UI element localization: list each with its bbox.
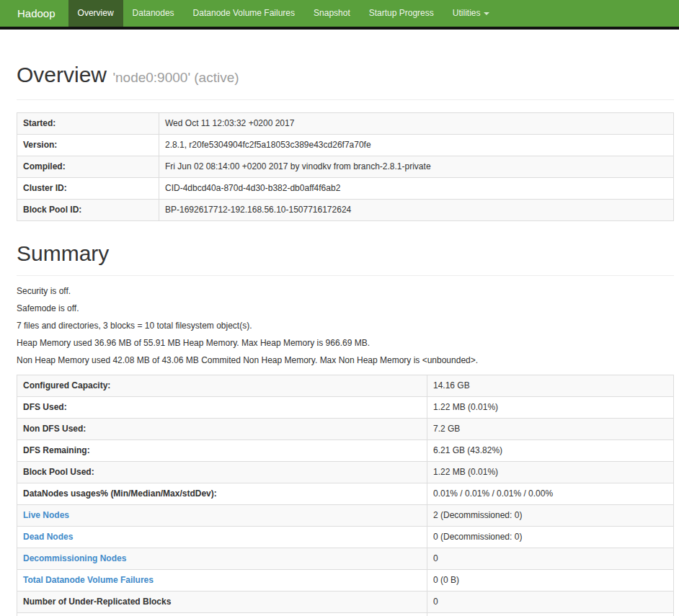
- table-row: Block Pool ID: BP-1692617712-192.168.56.…: [17, 200, 674, 221]
- dead-nodes-link[interactable]: Dead Nodes: [23, 532, 73, 542]
- namenode-info-table: Started: Wed Oct 11 12:03:32 +0200 2017 …: [17, 112, 674, 221]
- table-row: Dead Nodes 0 (Decommissioned: 0): [17, 527, 674, 548]
- row-label: Live Nodes: [17, 505, 427, 527]
- divider: [17, 275, 674, 276]
- page-subtitle: 'node0:9000' (active): [112, 70, 239, 85]
- row-value: CID-4dbcd40a-870d-4d30-b382-db0aff4f6ab2: [159, 178, 674, 200]
- row-value: 2.8.1, r20fe5304904fc2f5a18053c389e43cd2…: [159, 135, 674, 156]
- row-value: 0: [427, 592, 674, 613]
- table-row: Number of Under-Replicated Blocks 0: [17, 592, 674, 613]
- row-label: Dead Nodes: [17, 527, 427, 548]
- row-label: Number of Blocks Pending Deletion: [17, 613, 427, 616]
- row-value: 0 (Decommissioned: 0): [427, 527, 674, 548]
- row-label: Configured Capacity:: [17, 375, 427, 397]
- non-heap-memory-text: Non Heap Memory used 42.08 MB of 43.06 M…: [17, 355, 674, 365]
- row-value: 1.22 MB (0.01%): [427, 397, 674, 419]
- row-label: Total Datanode Volume Failures: [17, 570, 427, 592]
- row-value: 0: [427, 613, 674, 616]
- row-label: Block Pool ID:: [17, 200, 159, 221]
- row-value: 0: [427, 548, 674, 570]
- row-label: Non DFS Used:: [17, 419, 427, 440]
- table-row: Live Nodes 2 (Decommissioned: 0): [17, 505, 674, 527]
- row-label: DataNodes usages% (Min/Median/Max/stdDev…: [17, 483, 427, 505]
- table-row: Configured Capacity: 14.16 GB: [17, 375, 674, 397]
- filesystem-objects-text: 7 files and directories, 3 blocks = 10 t…: [17, 321, 674, 331]
- nav-item-snapshot[interactable]: Snapshot: [304, 0, 360, 27]
- table-row: DFS Used: 1.22 MB (0.01%): [17, 397, 674, 419]
- nav-item-startup-progress[interactable]: Startup Progress: [360, 0, 443, 27]
- heap-memory-text: Heap Memory used 36.96 MB of 55.91 MB He…: [17, 338, 674, 348]
- row-value: 14.16 GB: [427, 375, 674, 397]
- table-row: Total Datanode Volume Failures 0 (0 B): [17, 570, 674, 592]
- table-row: Non DFS Used: 7.2 GB: [17, 419, 674, 440]
- nav-item-utilities-dropdown[interactable]: Utilities: [443, 0, 500, 27]
- table-row: Version: 2.8.1, r20fe5304904fc2f5a18053c…: [17, 135, 674, 156]
- row-value: 1.22 MB (0.01%): [427, 462, 674, 483]
- nav-item-overview[interactable]: Overview: [68, 0, 123, 27]
- row-value: Fri Jun 02 08:14:00 +0200 2017 by vinodk…: [159, 156, 674, 178]
- table-row: Number of Blocks Pending Deletion 0: [17, 613, 674, 616]
- page-title-text: Overview: [17, 63, 107, 86]
- row-value: 0.01% / 0.01% / 0.01% / 0.00%: [427, 483, 674, 505]
- nav-item-datanodes[interactable]: Datanodes: [123, 0, 184, 27]
- brand-link[interactable]: Hadoop: [14, 0, 58, 27]
- row-label: Number of Under-Replicated Blocks: [17, 592, 427, 613]
- row-label: Decommissioning Nodes: [17, 548, 427, 570]
- table-row: Block Pool Used: 1.22 MB (0.01%): [17, 462, 674, 483]
- table-row: DFS Remaining: 6.21 GB (43.82%): [17, 440, 674, 462]
- security-status-text: Security is off.: [17, 286, 674, 296]
- row-value: 7.2 GB: [427, 419, 674, 440]
- row-value: 6.21 GB (43.82%): [427, 440, 674, 462]
- row-label: DFS Used:: [17, 397, 427, 419]
- table-row: DataNodes usages% (Min/Median/Max/stdDev…: [17, 483, 674, 505]
- table-row: Started: Wed Oct 11 12:03:32 +0200 2017: [17, 113, 674, 135]
- row-value: 0 (0 B): [427, 570, 674, 592]
- summary-table: Configured Capacity: 14.16 GB DFS Used: …: [17, 375, 674, 616]
- row-label: Version:: [17, 135, 159, 156]
- summary-text-block: Security is off. Safemode is off. 7 file…: [17, 286, 674, 365]
- row-label: Block Pool Used:: [17, 462, 427, 483]
- decommissioning-nodes-link[interactable]: Decommissioning Nodes: [23, 553, 126, 563]
- nav-item-utilities-label: Utilities: [453, 8, 481, 18]
- caret-down-icon: [484, 12, 489, 15]
- row-value: Wed Oct 11 12:03:32 +0200 2017: [159, 113, 674, 135]
- safemode-status-text: Safemode is off.: [17, 303, 674, 313]
- row-value: 2 (Decommissioned: 0): [427, 505, 674, 527]
- row-label: Cluster ID:: [17, 178, 159, 200]
- row-value: BP-1692617712-192.168.56.10-150771617262…: [159, 200, 674, 221]
- table-row: Cluster ID: CID-4dbcd40a-870d-4d30-b382-…: [17, 178, 674, 200]
- row-label: Compiled:: [17, 156, 159, 178]
- page-content: Overview 'node0:9000' (active) Started: …: [0, 63, 679, 616]
- navbar: Hadoop Overview Datanodes Datanode Volum…: [0, 0, 679, 30]
- row-label: Started:: [17, 113, 159, 135]
- table-row: Decommissioning Nodes 0: [17, 548, 674, 570]
- summary-heading: Summary: [17, 241, 674, 266]
- page-title: Overview 'node0:9000' (active): [17, 63, 674, 90]
- divider: [17, 99, 674, 100]
- nav-item-datanode-volume-failures[interactable]: Datanode Volume Failures: [184, 0, 304, 27]
- total-datanode-volume-failures-link[interactable]: Total Datanode Volume Failures: [23, 575, 154, 585]
- table-row: Compiled: Fri Jun 02 08:14:00 +0200 2017…: [17, 156, 674, 178]
- live-nodes-link[interactable]: Live Nodes: [23, 510, 69, 520]
- row-label: DFS Remaining:: [17, 440, 427, 462]
